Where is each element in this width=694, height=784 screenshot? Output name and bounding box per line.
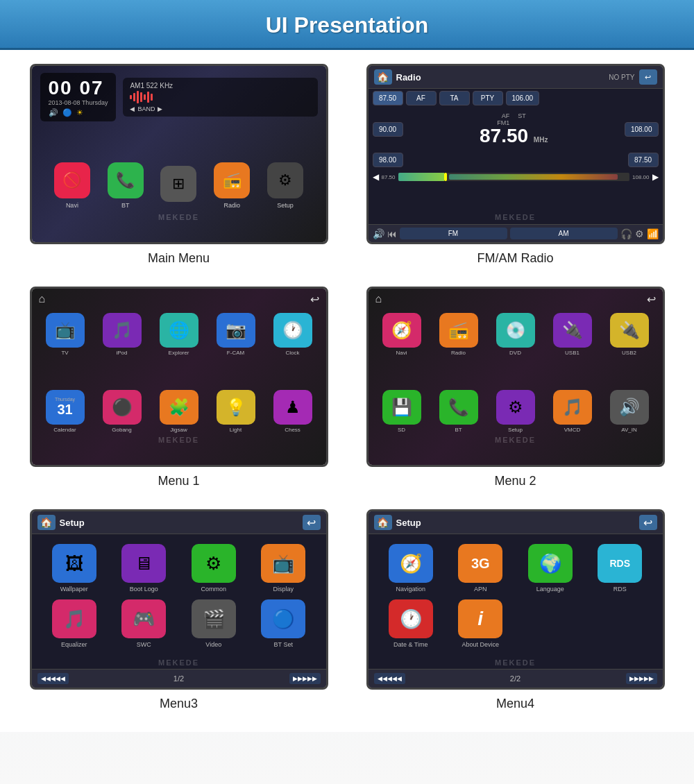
setup3-back-btn[interactable]: ↩ xyxy=(303,515,321,530)
pty-btn[interactable]: PTY xyxy=(473,91,503,105)
clock-widget: 00 07 2013-08-08 Thursday 🔊 🔵 ☀ xyxy=(40,73,117,121)
radio-freq-row3: 98.00 87.50 xyxy=(369,151,663,169)
fcam-app-icon[interactable]: 📷 F-CAM xyxy=(210,313,262,386)
setup4-title: Setup xyxy=(396,518,635,528)
prev-btn[interactable]: ⏮ xyxy=(387,228,397,239)
last-page-btn[interactable]: ▶▶▶▶▶ xyxy=(289,673,321,684)
vmcd-app-icon[interactable]: 🎵 VMCD xyxy=(546,390,599,463)
setup4-back-btn[interactable]: ↩ xyxy=(639,515,657,530)
freq-87-btn[interactable]: 87.50 xyxy=(373,91,403,105)
setup3-title: Setup xyxy=(60,518,298,528)
bt-app-icon[interactable]: 📞 BT xyxy=(432,390,485,463)
menu1-label: Menu 1 xyxy=(158,474,199,488)
language-icon[interactable]: 🌍 Language xyxy=(519,544,582,593)
main-content: 00 07 2013-08-08 Thursday 🔊 🔵 ☀ AM1 522 … xyxy=(0,50,694,732)
fm-btn[interactable]: FM xyxy=(400,228,507,239)
navi-app-icon[interactable]: 🧭 Navi xyxy=(375,313,428,386)
menu2-card: ⌂ ↩ 🧭 Navi 📻 Radio xyxy=(357,287,673,488)
calendar-app-icon[interactable]: Thursday 31 Calendar xyxy=(39,390,92,463)
avin-app-icon[interactable]: 🔊 AV_IN xyxy=(603,390,656,463)
clock-app-icon[interactable]: 🕐 Clock xyxy=(266,313,319,386)
home-outline-icon[interactable]: ⌂ xyxy=(39,293,46,306)
freq-87-btn2[interactable]: 87.50 xyxy=(628,153,659,167)
common-icon[interactable]: ⚙ Common xyxy=(183,544,246,593)
tv-app-icon[interactable]: 📺 TV xyxy=(39,313,92,386)
sd-app-icon[interactable]: 💾 SD xyxy=(375,390,428,463)
menu3-card: 🏠 Setup ↩ 🖼 Wallpaper 🖥 Boot Logo xyxy=(21,509,337,711)
page-number: 1/2 xyxy=(71,674,287,683)
gobang-app-icon[interactable]: ⚫ Gobang xyxy=(96,390,149,463)
page-number2: 2/2 xyxy=(408,674,623,683)
datetime-icon[interactable]: 🕐 Date & Time xyxy=(380,599,443,648)
settings-icon[interactable]: ⚙ xyxy=(635,228,644,239)
bt-icon[interactable]: 📞 BT xyxy=(108,162,144,209)
btset-icon[interactable]: 🔵 BT Set xyxy=(252,599,315,648)
chess-app-icon[interactable]: ♟ Chess xyxy=(266,390,319,463)
menu1-card: ⌂ ↩ 📺 TV 🎵 iPod xyxy=(21,287,337,488)
freq-90-btn[interactable]: 90.00 xyxy=(373,122,403,137)
back-icon[interactable]: ↩ xyxy=(310,293,319,306)
first-page-btn2[interactable]: ◀◀◀◀◀ xyxy=(374,673,405,684)
clock-time: 00 07 xyxy=(49,77,108,99)
usb2-app-icon[interactable]: 🔌 USB2 xyxy=(603,313,656,386)
wallpaper-icon[interactable]: 🖼 Wallpaper xyxy=(43,544,106,593)
ipod-app-icon[interactable]: 🎵 iPod xyxy=(96,313,149,386)
setup3-home-btn[interactable]: 🏠 xyxy=(37,515,56,530)
freq-106-btn[interactable]: 106.00 xyxy=(506,91,540,105)
menu1-screen: ⌂ ↩ 📺 TV 🎵 iPod xyxy=(30,287,328,467)
back-icon2[interactable]: ↩ xyxy=(647,293,656,306)
light-app-icon[interactable]: 💡 Light xyxy=(210,390,262,463)
main-menu-screen: 00 07 2013-08-08 Thursday 🔊 🔵 ☀ AM1 522 … xyxy=(30,64,328,244)
bootlogo-icon[interactable]: 🖥 Boot Logo xyxy=(112,544,176,593)
navigation-icon[interactable]: 🧭 Navigation xyxy=(380,544,443,593)
setup-icon[interactable]: ⚙ Setup xyxy=(267,162,303,209)
st-label: ST xyxy=(518,112,526,119)
setup3-bottom-bar: ◀◀◀◀◀ 1/2 ▶▶▶▶▶ xyxy=(32,669,326,688)
radio-freq-row2: 90.00 AF ST FM1 87.50 MHz xyxy=(369,108,663,151)
radio-icon[interactable]: 📻 Radio xyxy=(214,162,250,209)
radio-home-button[interactable]: 🏠 xyxy=(374,69,392,85)
grid-icon[interactable]: ⊞ xyxy=(160,166,196,205)
clock-date: 2013-08-08 Thursday xyxy=(49,99,108,106)
volume-icon[interactable]: 🔊 xyxy=(373,228,384,239)
explorer-app-icon[interactable]: 🌐 Explorer xyxy=(153,313,205,386)
menu2-topbar: ⌂ ↩ xyxy=(369,289,663,310)
slider-right-arrow[interactable]: ▶ xyxy=(652,172,659,182)
main-menu-icons: 🚫 Navi 📞 BT ⊞ xyxy=(32,126,326,242)
setup4-home-btn[interactable]: 🏠 xyxy=(374,515,392,530)
rds-icon[interactable]: RDS RDS xyxy=(589,544,652,593)
menu2-label: Menu 2 xyxy=(494,474,536,488)
ta-btn[interactable]: TA xyxy=(439,91,470,105)
first-page-btn[interactable]: ◀◀◀◀◀ xyxy=(37,673,69,684)
freq-108-btn[interactable]: 108.00 xyxy=(625,122,659,137)
signal-icon: 📶 xyxy=(647,228,659,239)
radio-app-icon[interactable]: 📻 Radio xyxy=(432,313,485,386)
video-icon[interactable]: 🎬 Video xyxy=(183,599,246,648)
slider-left-arrow[interactable]: ◀ xyxy=(373,172,379,182)
radio-bottom-bar: 🔊 ⏮ FM AM 🎧 ⚙ 📶 xyxy=(369,224,663,242)
apn-icon[interactable]: 3G APN xyxy=(449,544,512,593)
navi-icon[interactable]: 🚫 Navi xyxy=(54,162,90,209)
dvd-app-icon[interactable]: 💿 DVD xyxy=(489,313,542,386)
menu3-screen: 🏠 Setup ↩ 🖼 Wallpaper 🖥 Boot Logo xyxy=(30,509,328,690)
menu3-label: Menu3 xyxy=(160,697,198,711)
af-btn[interactable]: AF xyxy=(406,91,437,105)
aboutdevice-icon[interactable]: i About Device xyxy=(449,599,512,648)
jigsaw-app-icon[interactable]: 🧩 Jigsaw xyxy=(153,390,205,463)
usb1-app-icon[interactable]: 🔌 USB1 xyxy=(546,313,599,386)
headphone-icon[interactable]: 🎧 xyxy=(620,228,632,239)
am-btn[interactable]: AM xyxy=(510,228,618,239)
fmam-radio-screen: 🏠 Radio NO PTY ↩ 87.50 AF TA PTY 106.00 xyxy=(366,64,665,244)
home-outline-icon2[interactable]: ⌂ xyxy=(375,293,382,306)
swc-icon[interactable]: 🎮 SWC xyxy=(112,599,176,648)
menu4-card: 🏠 Setup ↩ 🧭 Navigation 3G APN xyxy=(357,509,673,711)
slider-end-label: 108.00 xyxy=(632,174,649,180)
radio-back-button[interactable]: ↩ xyxy=(639,69,657,85)
freq-98-btn[interactable]: 98.00 xyxy=(373,153,403,167)
setup-app-icon[interactable]: ⚙ Setup xyxy=(489,390,542,463)
radio-slider[interactable] xyxy=(398,173,630,181)
last-page-btn2[interactable]: ▶▶▶▶▶ xyxy=(626,673,657,684)
equalizer-icon[interactable]: 🎵 Equalizer xyxy=(43,599,106,648)
radio-freq-row: 87.50 AF TA PTY 106.00 xyxy=(369,89,663,108)
display-icon[interactable]: 📺 Display xyxy=(252,544,315,593)
